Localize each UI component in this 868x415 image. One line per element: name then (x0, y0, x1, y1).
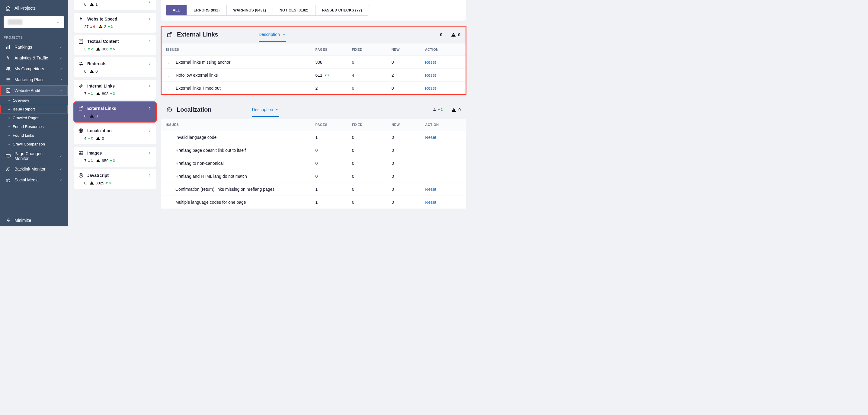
section-localization: Localization Description 4▾ 2 0 ISSUES P… (161, 101, 466, 209)
category-card-redirects[interactable]: Redirects 0 0 (74, 57, 156, 77)
filter-tab-warnings[interactable]: WARNINGS (8431) (227, 5, 273, 15)
category-title: Textual Content (87, 39, 144, 44)
category-card-localization[interactable]: Localization 4▾ 2 0 (74, 124, 156, 144)
issue-row[interactable]: External links Timed out 2 0 0 Reset (161, 82, 466, 95)
pages-value: 308 (315, 60, 322, 65)
section-error-count: 0 (433, 32, 442, 37)
category-title: Website Speed (87, 17, 144, 22)
stat: 27▴ 6 (78, 24, 95, 29)
fixed-value: 0 (347, 183, 387, 196)
js-icon (78, 173, 84, 178)
subnav-label: Issue Report (13, 107, 35, 111)
nav-item-my-competitors[interactable]: My Competitors (0, 63, 68, 74)
filter-tab-all[interactable]: ALL (166, 5, 187, 15)
delta-indicator: ▾ 3 (110, 159, 115, 163)
issue-row[interactable]: Invalid language code 1 0 0 Reset (161, 131, 466, 144)
col-fixed: FIXED (347, 119, 387, 131)
issue-row[interactable]: Multiple language codes for one page 1 0… (161, 196, 466, 209)
issue-row[interactable]: Hreflang to non-canonical 0 0 0 (161, 157, 466, 170)
reset-link[interactable]: Reset (425, 187, 436, 192)
all-projects-link[interactable]: All Projects (0, 2, 68, 14)
new-value: 0 (387, 183, 420, 196)
stat-value: 0 (84, 2, 86, 7)
nav-label: My Competitors (14, 66, 55, 71)
projects-section-label: PROJECTS (0, 30, 68, 42)
ico-error-icon (78, 136, 83, 141)
chevron-right-icon (147, 151, 152, 155)
stat-value: 0 (84, 69, 86, 74)
nav-item-marketing-plan[interactable]: Marketing Plan (0, 74, 68, 85)
chevron-down-icon (59, 167, 62, 171)
delta-indicator: ▾ 5 (110, 47, 115, 51)
bullet-icon (8, 126, 10, 127)
subnav-overview[interactable]: Overview (0, 96, 68, 105)
category-card-javascript[interactable]: JavaScript 0 3025▾ 80 (74, 169, 156, 189)
category-card-website-speed[interactable]: Website Speed 27▴ 6 3▾ 2 (74, 13, 156, 33)
stat-value: 7 (84, 158, 86, 163)
subnav-found-links[interactable]: Found Links (0, 131, 68, 140)
extlink-icon (78, 106, 84, 111)
minimize-button[interactable]: Minimize (0, 214, 68, 226)
issue-row[interactable]: Nofollow external links 611▾ 2 4 2 Reset (161, 69, 466, 82)
intlink-icon (78, 83, 84, 89)
chevron-down-icon (59, 178, 62, 182)
chevron-down-icon (59, 78, 62, 82)
issue-row[interactable]: Confirmation (return) links missing on h… (161, 183, 466, 196)
subnav-issue-report[interactable]: Issue Report (0, 105, 68, 114)
subnav-label: Crawl Comparison (13, 142, 45, 147)
issue-row[interactable]: External links missing anchor 308 0 0 Re… (161, 56, 466, 69)
stat: 3▾ 2 (78, 46, 93, 51)
category-card-textual-content[interactable]: Textual Content 3▾ 2 366▾ 5 (74, 35, 156, 55)
new-value: 0 (387, 170, 420, 183)
nav-label: Rankings (14, 45, 55, 50)
reset-link[interactable]: Reset (425, 86, 436, 91)
nav-item-website-audit[interactable]: Website Audit (0, 85, 68, 96)
nav-item-social-media[interactable]: Social Media (0, 174, 68, 185)
col-action: ACTION (420, 119, 466, 131)
filter-tab-errors[interactable]: ERRORS (832) (187, 5, 226, 15)
category-card-partial[interactable]: 0 1 (74, 0, 156, 10)
description-toggle[interactable]: Description (259, 32, 286, 42)
reset-link[interactable]: Reset (425, 135, 436, 140)
error-icon (166, 199, 171, 205)
issue-name-text: External links Timed out (176, 86, 221, 91)
ico-warn-icon (96, 158, 100, 163)
subnav-crawled-pages[interactable]: Crawled Pages (0, 114, 68, 122)
ico-warn-icon (89, 2, 94, 7)
stat: 0 (78, 2, 86, 7)
error-icon (166, 135, 171, 140)
filter-tab-notices[interactable]: NOTICES (3182) (273, 5, 315, 15)
filter-tab-passed[interactable]: PASSED CHECKS (77) (315, 5, 369, 15)
reset-link[interactable]: Reset (425, 73, 436, 77)
chevron-down-icon (59, 56, 62, 60)
delta-indicator: ▴ 6 (90, 25, 95, 29)
bars-icon (5, 44, 11, 50)
category-card-external-links[interactable]: External Links 0 0 (74, 102, 156, 122)
ico-warn-icon (98, 24, 103, 29)
issue-row[interactable]: Hreflang and HTML lang do not match 0 0 … (161, 170, 466, 183)
nav-item-rankings[interactable]: Rankings (0, 42, 68, 53)
project-selector[interactable] (4, 16, 64, 28)
nav-item-analytics-traffic[interactable]: Analytics & Traffic (0, 53, 68, 63)
issue-row[interactable]: Hreflang page doesn't link out to itself… (161, 144, 466, 157)
bullet-icon (8, 143, 10, 145)
reset-link[interactable]: Reset (425, 200, 436, 204)
stat-value: 7 (84, 91, 86, 96)
stat: 1 (89, 2, 97, 7)
nav-item-backlink-monitor[interactable]: Backlink Monitor (0, 164, 68, 174)
nav-label: Page Changes Monitor (14, 151, 55, 161)
description-toggle[interactable]: Description (252, 107, 279, 117)
subnav-crawl-comparison[interactable]: Crawl Comparison (0, 140, 68, 149)
delta-indicator: ▾ 2 (88, 136, 93, 140)
nav-item-page-changes-monitor[interactable]: Page Changes Monitor (0, 149, 68, 164)
ico-warn-icon (96, 136, 100, 141)
delta-indicator: ▾ 2 (88, 47, 93, 51)
new-value: 0 (387, 196, 420, 209)
subnav-found-resources[interactable]: Found Resources (0, 122, 68, 131)
error-icon (166, 187, 171, 192)
stat-value: 4 (84, 136, 86, 141)
category-card-internal-links[interactable]: Internal Links 7▾ 1 893▾ 3 (74, 80, 156, 100)
fixed-value: 0 (347, 131, 387, 144)
reset-link[interactable]: Reset (425, 60, 436, 65)
category-card-images[interactable]: Images 7▴ 1 959▾ 3 (74, 147, 156, 167)
